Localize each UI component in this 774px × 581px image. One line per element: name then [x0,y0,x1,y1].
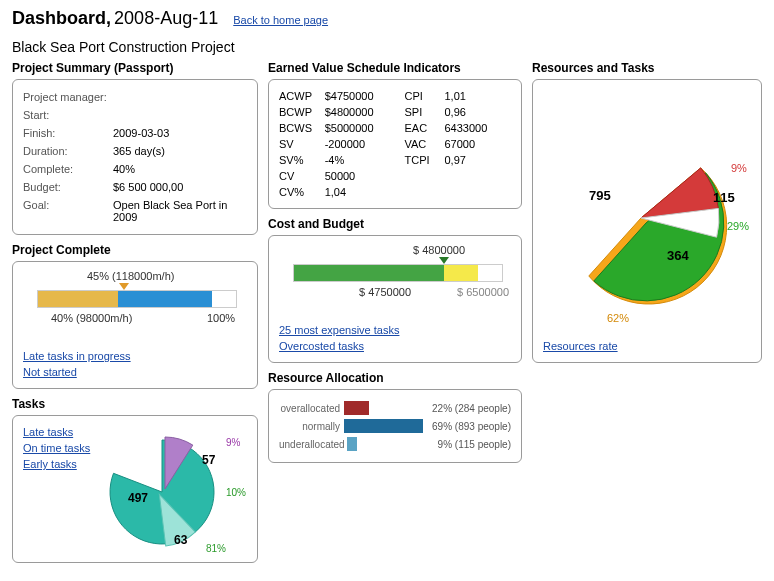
ra-label: normally [279,421,344,432]
ra-bar [344,419,423,433]
ev-key: BCWP [279,106,325,118]
ev-val: 0,96 [444,106,511,118]
ra-bar-area [344,400,426,416]
summary-section: Project Summary (Passport) Project manag… [12,61,258,235]
late-tasks-progress-link[interactable]: Late tasks in progress [23,350,131,362]
ra-bar-area [344,418,426,434]
resources-pie-chart: 795 364 115 62% 29% 9% [543,88,751,338]
summary-key: Budget: [23,178,113,196]
summary-val [113,106,247,124]
expensive-tasks-link[interactable]: 25 most expensive tasks [279,324,399,336]
ev-key: VAC [405,138,445,150]
ev-row: ACWP$4750000CPI1,01 [279,88,511,104]
resources-rate-link[interactable]: Resources rate [543,340,618,352]
pie-pct: 9% [226,437,241,448]
project-name: Black Sea Port Construction Project [12,39,762,55]
pie-pct: 9% [731,162,747,174]
ra-bar [347,437,357,451]
overcosted-tasks-link[interactable]: Overcosted tasks [279,340,364,352]
ev-key: SPI [405,106,445,118]
ra-value: 22% (284 people) [426,403,511,414]
pie-pct: 81% [206,543,226,554]
ev-key: SV [279,138,325,150]
ev-val: 67000 [444,138,511,150]
ev-key: ACWP [279,90,325,102]
ev-val: 0,97 [444,154,511,166]
summary-title: Project Summary (Passport) [12,61,258,75]
cost-budget-title: Cost and Budget [268,217,522,231]
ra-row: overallocated22% (284 people) [279,400,511,416]
ev-title: Earned Value Schedule Indicators [268,61,522,75]
ev-val: 50000 [325,170,405,182]
tasks-title: Tasks [12,397,258,411]
ev-val [444,186,511,198]
arrow-down-icon [119,283,129,290]
cost-budget-section: Cost and Budget $ 4800000 $ 4750000 $ 65… [268,217,522,363]
pie-label: 63 [174,533,188,547]
ev-val: $4750000 [325,90,405,102]
ev-key [405,170,445,182]
ev-row: CV50000 [279,168,511,184]
ev-key: CV% [279,186,325,198]
page-title-bold: Dashboard, [12,8,111,28]
ev-row: BCWP$4800000SPI0,96 [279,104,511,120]
project-complete-title: Project Complete [12,243,258,257]
ev-val: 1,01 [444,90,511,102]
ra-value: 9% (115 people) [432,439,511,450]
ev-key: SV% [279,154,325,166]
summary-val: 365 day(s) [113,142,247,160]
page-header: Dashboard, 2008-Aug-11 Back to home page [12,8,762,29]
ev-val: 6433000 [444,122,511,134]
pie-label: 795 [589,188,611,203]
cb-bottom-left: $ 4750000 [359,286,411,298]
ra-row: normally69% (893 people) [279,418,511,434]
tasks-section: Tasks Late tasks On time tasks Early tas… [12,397,258,563]
summary-key: Goal: [23,196,113,226]
ev-key [405,186,445,198]
pie-pct: 29% [727,220,749,232]
arrow-down-icon [439,257,449,264]
ra-label: overallocated [279,403,344,414]
cb-top-label: $ 4800000 [413,244,465,256]
resource-allocation-section: Resource Allocation overallocated22% (28… [268,371,522,463]
summary-val [113,88,247,106]
ev-row: SV-200000VAC67000 [279,136,511,152]
summary-table: Project manager: Start: Finish:2009-03-0… [23,88,247,226]
not-started-link[interactable]: Not started [23,366,77,378]
pc-bottom-left: 40% (98000m/h) [51,312,132,324]
pie-label: 57 [202,453,216,467]
pc-bar-actual [38,291,118,307]
cost-budget-chart: $ 4800000 $ 4750000 $ 6500000 [279,244,511,322]
ev-val: $4800000 [325,106,405,118]
pc-bar-remaining [118,291,212,307]
ra-label: underallocated [279,439,347,450]
pie-label: 115 [713,190,735,205]
pc-bottom-right: 100% [207,312,235,324]
ev-val [444,170,511,182]
cb-bar-spent [294,265,444,281]
ev-val: 1,04 [325,186,405,198]
summary-val: $6 500 000,00 [113,178,247,196]
summary-val: 2009-03-03 [113,124,247,142]
ra-row: underallocated9% (115 people) [279,436,511,452]
pie-label: 497 [128,491,148,505]
ontime-tasks-link[interactable]: On time tasks [23,442,90,454]
tasks-pie-chart: 497 63 57 81% 10% 9% [96,424,246,554]
ev-key: TCPI [405,154,445,166]
ev-val: -4% [325,154,405,166]
project-complete-section: Project Complete 45% (118000m/h) 40% (98… [12,243,258,389]
cb-bottom-right: $ 6500000 [457,286,509,298]
early-tasks-link[interactable]: Early tasks [23,458,90,470]
summary-key: Complete: [23,160,113,178]
ev-row: CV%1,04 [279,184,511,200]
ra-value: 69% (893 people) [426,421,511,432]
back-home-link[interactable]: Back to home page [233,14,328,26]
ra-title: Resource Allocation [268,371,522,385]
ev-key: CV [279,170,325,182]
pc-top-label: 45% (118000m/h) [87,270,174,282]
ev-val: $5000000 [325,122,405,134]
summary-val: 40% [113,160,247,178]
late-tasks-link[interactable]: Late tasks [23,426,90,438]
cb-bar-remaining [444,265,478,281]
summary-val: Open Black Sea Port in 2009 [113,196,247,226]
